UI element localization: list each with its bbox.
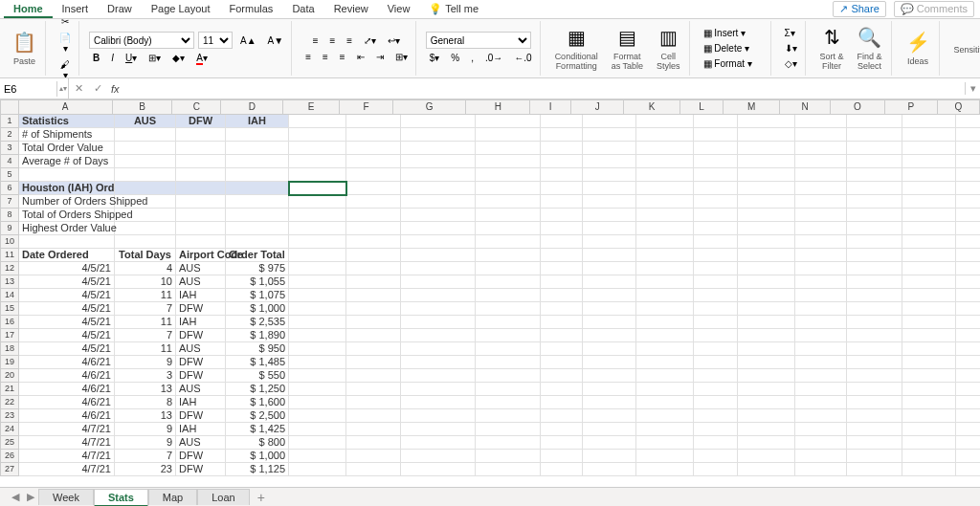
cell-Q1[interactable] (956, 115, 980, 128)
cell-A3[interactable]: Total Order Value (19, 142, 115, 155)
cell-K6[interactable] (636, 182, 694, 195)
ribbon-tab-formulas[interactable]: Formulas (220, 1, 283, 16)
cell-B12[interactable]: 4 (115, 262, 176, 275)
cell-O7[interactable] (847, 195, 902, 209)
row-header-13[interactable]: 13 (0, 275, 19, 289)
cell-Q17[interactable] (956, 329, 980, 342)
cell-F1[interactable] (346, 115, 401, 128)
cell-I12[interactable] (541, 262, 583, 275)
cell-D25[interactable]: $ 800 (226, 436, 289, 450)
cell-M15[interactable] (738, 302, 795, 316)
fill-color-button[interactable]: ◆▾ (168, 51, 189, 65)
cell-A17[interactable]: 4/5/21 (19, 329, 115, 342)
cell-O1[interactable] (847, 115, 902, 128)
cell-A27[interactable]: 4/7/21 (19, 463, 115, 476)
cell-A24[interactable]: 4/7/21 (19, 423, 115, 436)
cell-L24[interactable] (694, 423, 738, 436)
col-header-F[interactable]: F (340, 99, 393, 115)
col-header-B[interactable]: B (113, 99, 173, 115)
cell-A19[interactable]: 4/6/21 (19, 356, 115, 369)
cell-N5[interactable] (795, 168, 847, 182)
cancel-formula-button[interactable]: ✕ (69, 82, 88, 95)
sheet-tab-loan[interactable]: Loan (197, 489, 249, 505)
cell-G10[interactable] (401, 235, 476, 249)
cell-B16[interactable]: 11 (115, 316, 176, 329)
cell-E19[interactable] (289, 356, 346, 369)
share-button[interactable]: ↗ Share (833, 1, 885, 17)
cell-D6[interactable] (226, 182, 289, 195)
cell-L27[interactable] (694, 463, 738, 476)
cell-O6[interactable] (847, 182, 902, 195)
cell-N8[interactable] (795, 209, 847, 222)
cell-H4[interactable] (476, 155, 541, 168)
cell-E23[interactable] (289, 409, 346, 423)
cell-F4[interactable] (346, 155, 401, 168)
cell-N13[interactable] (795, 275, 847, 289)
cell-L26[interactable] (694, 450, 738, 463)
cell-O27[interactable] (847, 463, 902, 476)
cell-A5[interactable] (19, 168, 115, 182)
cell-D11[interactable]: Order Total (226, 249, 289, 262)
find-select-button[interactable]: 🔍Find & Select (853, 23, 887, 74)
cell-H1[interactable] (476, 115, 541, 128)
cell-L6[interactable] (694, 182, 738, 195)
cell-Q23[interactable] (956, 409, 980, 423)
cell-P23[interactable] (902, 409, 956, 423)
ideas-button[interactable]: ⚡Ideas (902, 28, 935, 69)
cell-K11[interactable] (636, 249, 694, 262)
cell-E16[interactable] (289, 316, 346, 329)
row-header-21[interactable]: 21 (0, 383, 19, 396)
cell-Q8[interactable] (956, 209, 980, 222)
cell-D4[interactable] (226, 155, 289, 168)
cell-I17[interactable] (541, 329, 583, 342)
enter-formula-button[interactable]: ✓ (88, 82, 107, 95)
cell-I13[interactable] (541, 275, 583, 289)
cell-F25[interactable] (346, 436, 401, 450)
cell-G12[interactable] (401, 262, 476, 275)
cell-D12[interactable]: $ 975 (226, 262, 289, 275)
cell-B11[interactable]: Total Days (115, 249, 176, 262)
cell-I19[interactable] (541, 356, 583, 369)
cell-C24[interactable]: IAH (176, 423, 226, 436)
cell-C21[interactable]: AUS (176, 383, 226, 396)
cell-C14[interactable]: IAH (176, 289, 226, 302)
cell-P16[interactable] (902, 316, 956, 329)
cell-I22[interactable] (541, 396, 583, 409)
cell-H14[interactable] (476, 289, 541, 302)
cell-B17[interactable]: 7 (115, 329, 176, 342)
cell-F13[interactable] (346, 275, 401, 289)
cell-C2[interactable] (176, 128, 226, 142)
cell-M5[interactable] (738, 168, 795, 182)
cell-D15[interactable]: $ 1,000 (226, 302, 289, 316)
cell-I8[interactable] (541, 209, 583, 222)
cell-N9[interactable] (795, 222, 847, 235)
cell-J2[interactable] (583, 128, 636, 142)
cell-O5[interactable] (847, 168, 902, 182)
cell-B20[interactable]: 3 (115, 369, 176, 383)
cell-P1[interactable] (902, 115, 956, 128)
cell-C8[interactable] (176, 209, 226, 222)
cell-E25[interactable] (289, 436, 346, 450)
cell-H7[interactable] (476, 195, 541, 209)
cell-F17[interactable] (346, 329, 401, 342)
cell-C3[interactable] (176, 142, 226, 155)
cell-E2[interactable] (289, 128, 346, 142)
conditional-formatting-button[interactable]: ▦Conditional Formatting (550, 23, 603, 74)
cut-button[interactable]: ✂ (57, 19, 73, 29)
cell-K22[interactable] (636, 396, 694, 409)
cell-F19[interactable] (346, 356, 401, 369)
cell-I4[interactable] (541, 155, 583, 168)
cell-K27[interactable] (636, 463, 694, 476)
cell-K12[interactable] (636, 262, 694, 275)
cell-N26[interactable] (795, 450, 847, 463)
number-format-select[interactable]: General (426, 32, 531, 49)
cell-O4[interactable] (847, 155, 902, 168)
cell-E7[interactable] (289, 195, 346, 209)
cell-A4[interactable]: Average # of Days (19, 155, 115, 168)
cell-E14[interactable] (289, 289, 346, 302)
row-header-9[interactable]: 9 (0, 222, 19, 235)
cell-I10[interactable] (541, 235, 583, 249)
cell-I14[interactable] (541, 289, 583, 302)
row-header-16[interactable]: 16 (0, 316, 19, 329)
cell-C17[interactable]: DFW (176, 329, 226, 342)
